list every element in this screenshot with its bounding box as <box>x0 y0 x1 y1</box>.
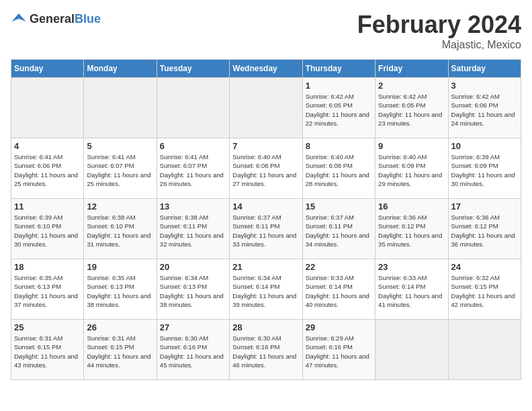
day-info: Sunrise: 6:42 AMSunset: 6:05 PMDaylight:… <box>378 92 445 128</box>
day-number: 11 <box>14 201 81 212</box>
week-row: 18Sunrise: 6:35 AMSunset: 6:13 PMDayligh… <box>11 259 521 320</box>
day-number: 18 <box>14 262 81 272</box>
day-cell: 2Sunrise: 6:42 AMSunset: 6:05 PMDaylight… <box>375 78 448 138</box>
day-cell <box>157 78 229 138</box>
day-cell: 18Sunrise: 6:35 AMSunset: 6:13 PMDayligh… <box>11 259 84 320</box>
day-info: Sunrise: 6:41 AMSunset: 6:06 PMDaylight:… <box>14 152 81 188</box>
day-cell: 11Sunrise: 6:39 AMSunset: 6:10 PMDayligh… <box>11 199 84 259</box>
day-info: Sunrise: 6:35 AMSunset: 6:13 PMDaylight:… <box>87 273 153 309</box>
day-cell: 22Sunrise: 6:33 AMSunset: 6:14 PMDayligh… <box>302 259 375 320</box>
day-number: 24 <box>451 262 518 272</box>
day-number: 17 <box>451 201 518 212</box>
header: GeneralBlue February 2024 Majastic, Mexi… <box>11 11 521 51</box>
day-info: Sunrise: 6:40 AMSunset: 6:08 PMDaylight:… <box>232 152 299 188</box>
day-cell: 19Sunrise: 6:35 AMSunset: 6:13 PMDayligh… <box>84 259 157 320</box>
day-number: 15 <box>306 201 372 212</box>
day-info: Sunrise: 6:39 AMSunset: 6:09 PMDaylight:… <box>451 152 518 188</box>
day-info: Sunrise: 6:31 AMSunset: 6:15 PMDaylight:… <box>14 334 81 369</box>
header-thursday: Thursday <box>302 60 375 78</box>
day-info: Sunrise: 6:40 AMSunset: 6:08 PMDaylight:… <box>306 152 372 188</box>
day-number: 22 <box>306 262 372 272</box>
day-info: Sunrise: 6:35 AMSunset: 6:13 PMDaylight:… <box>14 273 81 309</box>
logo-general: General <box>30 12 75 26</box>
day-cell: 1Sunrise: 6:42 AMSunset: 6:05 PMDaylight… <box>302 78 375 138</box>
day-number: 14 <box>232 201 299 212</box>
header-monday: Monday <box>84 60 157 78</box>
day-info: Sunrise: 6:38 AMSunset: 6:11 PMDaylight:… <box>160 213 226 248</box>
day-number: 29 <box>306 322 372 332</box>
day-number: 27 <box>160 322 226 332</box>
day-info: Sunrise: 6:30 AMSunset: 6:16 PMDaylight:… <box>232 334 299 369</box>
logo: GeneralBlue <box>11 11 101 27</box>
day-number: 12 <box>87 201 153 212</box>
day-info: Sunrise: 6:37 AMSunset: 6:11 PMDaylight:… <box>232 213 299 248</box>
svg-marker-0 <box>12 13 26 21</box>
header-saturday: Saturday <box>448 60 521 78</box>
logo-text: GeneralBlue <box>30 12 101 26</box>
day-info: Sunrise: 6:38 AMSunset: 6:10 PMDaylight:… <box>87 213 153 248</box>
week-row: 11Sunrise: 6:39 AMSunset: 6:10 PMDayligh… <box>11 199 521 259</box>
day-cell: 23Sunrise: 6:33 AMSunset: 6:14 PMDayligh… <box>375 259 448 320</box>
day-number: 6 <box>160 141 226 151</box>
day-info: Sunrise: 6:42 AMSunset: 6:05 PMDaylight:… <box>306 92 372 128</box>
day-cell: 21Sunrise: 6:34 AMSunset: 6:14 PMDayligh… <box>230 259 302 320</box>
day-info: Sunrise: 6:42 AMSunset: 6:06 PMDaylight:… <box>451 92 518 128</box>
day-number: 9 <box>378 141 445 151</box>
day-cell <box>230 78 302 138</box>
day-cell: 29Sunrise: 6:29 AMSunset: 6:16 PMDayligh… <box>302 320 375 380</box>
day-info: Sunrise: 6:33 AMSunset: 6:14 PMDaylight:… <box>378 273 445 309</box>
day-cell: 16Sunrise: 6:36 AMSunset: 6:12 PMDayligh… <box>375 199 448 259</box>
day-number: 7 <box>232 141 299 151</box>
day-cell: 25Sunrise: 6:31 AMSunset: 6:15 PMDayligh… <box>11 320 84 380</box>
day-cell: 3Sunrise: 6:42 AMSunset: 6:06 PMDaylight… <box>448 78 521 138</box>
day-cell <box>11 78 84 138</box>
day-cell <box>84 78 157 138</box>
day-info: Sunrise: 6:29 AMSunset: 6:16 PMDaylight:… <box>306 334 372 369</box>
day-cell: 27Sunrise: 6:30 AMSunset: 6:16 PMDayligh… <box>157 320 229 380</box>
day-cell: 12Sunrise: 6:38 AMSunset: 6:10 PMDayligh… <box>84 199 157 259</box>
day-number: 10 <box>451 141 518 151</box>
day-info: Sunrise: 6:36 AMSunset: 6:12 PMDaylight:… <box>378 213 445 248</box>
day-cell: 26Sunrise: 6:31 AMSunset: 6:15 PMDayligh… <box>84 320 157 380</box>
day-cell: 7Sunrise: 6:40 AMSunset: 6:08 PMDaylight… <box>230 138 302 199</box>
day-number: 3 <box>451 81 518 91</box>
day-info: Sunrise: 6:33 AMSunset: 6:14 PMDaylight:… <box>306 273 372 309</box>
day-number: 25 <box>14 322 81 332</box>
day-number: 8 <box>306 141 372 151</box>
logo-blue: Blue <box>75 12 101 26</box>
header-wednesday: Wednesday <box>230 60 302 78</box>
week-row: 4Sunrise: 6:41 AMSunset: 6:06 PMDaylight… <box>11 138 521 199</box>
day-cell: 9Sunrise: 6:40 AMSunset: 6:09 PMDaylight… <box>375 138 448 199</box>
day-number: 19 <box>87 262 153 272</box>
day-info: Sunrise: 6:34 AMSunset: 6:13 PMDaylight:… <box>160 273 226 309</box>
header-sunday: Sunday <box>11 60 84 78</box>
day-cell: 20Sunrise: 6:34 AMSunset: 6:13 PMDayligh… <box>157 259 229 320</box>
day-cell: 14Sunrise: 6:37 AMSunset: 6:11 PMDayligh… <box>230 199 302 259</box>
day-cell <box>375 320 448 380</box>
header-tuesday: Tuesday <box>157 60 229 78</box>
day-info: Sunrise: 6:30 AMSunset: 6:16 PMDaylight:… <box>160 334 226 369</box>
week-row: 25Sunrise: 6:31 AMSunset: 6:15 PMDayligh… <box>11 320 521 380</box>
week-row: 1Sunrise: 6:42 AMSunset: 6:05 PMDaylight… <box>11 78 521 138</box>
day-cell: 5Sunrise: 6:41 AMSunset: 6:07 PMDaylight… <box>84 138 157 199</box>
calendar-table: SundayMondayTuesdayWednesdayThursdayFrid… <box>11 59 521 380</box>
day-info: Sunrise: 6:41 AMSunset: 6:07 PMDaylight:… <box>87 152 153 188</box>
day-info: Sunrise: 6:37 AMSunset: 6:11 PMDaylight:… <box>306 213 372 248</box>
day-number: 16 <box>378 201 445 212</box>
day-number: 5 <box>87 141 153 151</box>
day-number: 2 <box>378 81 445 91</box>
day-number: 26 <box>87 322 153 332</box>
day-cell <box>448 320 521 380</box>
day-info: Sunrise: 6:39 AMSunset: 6:10 PMDaylight:… <box>14 213 81 248</box>
day-info: Sunrise: 6:40 AMSunset: 6:09 PMDaylight:… <box>378 152 445 188</box>
day-number: 23 <box>378 262 445 272</box>
day-number: 21 <box>232 262 299 272</box>
title-area: February 2024 Majastic, Mexico <box>357 11 521 51</box>
day-number: 13 <box>160 201 226 212</box>
day-cell: 6Sunrise: 6:41 AMSunset: 6:07 PMDaylight… <box>157 138 229 199</box>
day-info: Sunrise: 6:34 AMSunset: 6:14 PMDaylight:… <box>232 273 299 309</box>
day-info: Sunrise: 6:32 AMSunset: 6:15 PMDaylight:… <box>451 273 518 309</box>
day-number: 28 <box>232 322 299 332</box>
day-cell: 15Sunrise: 6:37 AMSunset: 6:11 PMDayligh… <box>302 199 375 259</box>
header-row: SundayMondayTuesdayWednesdayThursdayFrid… <box>11 60 521 78</box>
